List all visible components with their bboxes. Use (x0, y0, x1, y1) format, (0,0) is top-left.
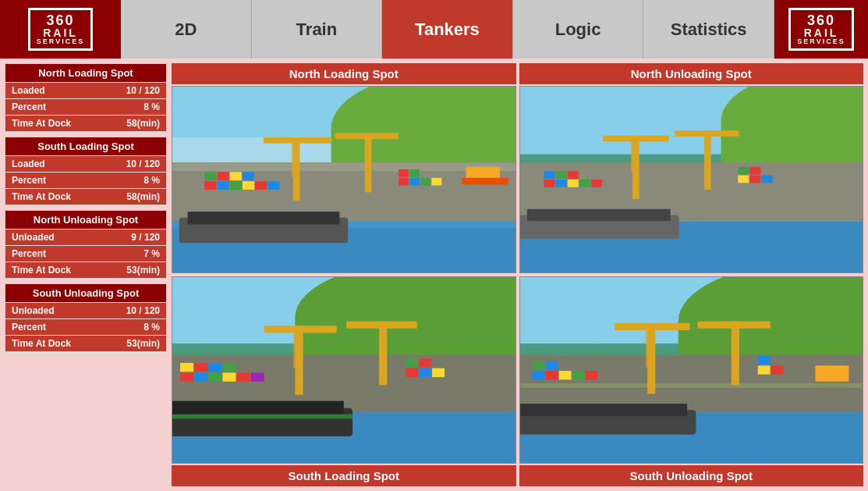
svg-rect-52 (675, 130, 739, 137)
svg-rect-9 (188, 212, 340, 224)
svg-rect-104 (731, 322, 739, 386)
viewport-area: North Loading Spot (172, 63, 863, 486)
svg-rect-95 (545, 371, 558, 379)
svg-rect-44 (591, 180, 602, 187)
svg-rect-71 (251, 372, 264, 381)
svg-rect-39 (526, 209, 670, 221)
svg-rect-74 (208, 363, 221, 372)
stat-row-time-south: Time At Dock 58(min) (5, 188, 166, 205)
svg-rect-99 (532, 361, 544, 370)
stat-group-south-unloading: South Unloading Spot Unloaded 10 / 120 P… (5, 283, 167, 352)
svg-rect-19 (243, 172, 254, 180)
svg-rect-109 (815, 365, 849, 381)
nav-tabs: 2D Train Tankers Logic Statistics (121, 0, 774, 59)
stat-label-percent-north-unloading: Percent (12, 248, 46, 259)
logo-box-left: 360 RAIL SERVICES (28, 8, 93, 51)
svg-rect-97 (572, 371, 584, 379)
logo-360: 360 (37, 13, 84, 27)
viewport-canvas-south-loading[interactable] (172, 276, 516, 464)
tab-train[interactable]: Train (252, 0, 383, 59)
stat-row-time-north: Time At Dock 58(min) (5, 115, 166, 131)
stat-group-title-south-unloading: South Unloading Spot (5, 284, 166, 302)
svg-rect-45 (544, 171, 554, 179)
svg-rect-27 (420, 178, 430, 186)
svg-rect-10 (204, 181, 216, 190)
svg-rect-67 (194, 372, 207, 381)
stat-group-title-south-loading: South Loading Spot (5, 137, 166, 155)
viewport-canvas-south-unloading[interactable] (519, 276, 864, 464)
stat-label-loaded-south: Loaded (12, 158, 45, 169)
stat-label-time-south: Time At Dock (12, 191, 71, 202)
stat-row-percent-north-unloading: Percent 7 % (5, 245, 166, 262)
svg-rect-28 (431, 178, 441, 186)
tab-logic[interactable]: Logic (513, 0, 644, 59)
svg-rect-55 (761, 176, 772, 183)
logo-rail-right: RAIL (797, 27, 845, 38)
stats-panel: North Loading Spot Loaded 10 / 120 Perce… (5, 63, 167, 486)
svg-rect-50 (630, 141, 633, 171)
svg-rect-80 (346, 322, 417, 329)
svg-rect-75 (222, 363, 236, 372)
svg-rect-17 (217, 172, 229, 180)
stat-group-south-loading: South Loading Spot Loaded 10 / 120 Perce… (5, 137, 167, 205)
svg-rect-70 (237, 372, 250, 381)
svg-rect-26 (409, 178, 420, 186)
svg-rect-84 (406, 358, 418, 367)
viewport-cell-south-unloading: South Unloading Spot (519, 276, 864, 486)
svg-rect-49 (603, 136, 668, 142)
stat-label-time-south-unloading: Time At Dock (12, 338, 71, 349)
svg-rect-68 (208, 372, 221, 381)
stat-value-unloaded-north: 9 / 120 (131, 232, 160, 243)
stat-group-north-unloading: North Unloading Spot Unloaded 9 / 120 Pe… (5, 210, 167, 279)
top-navigation: 360 RAIL SERVICES 2D Train Tankers Logic… (0, 0, 868, 59)
viewport-row-top: North Loading Spot (172, 63, 863, 273)
svg-rect-96 (558, 371, 571, 379)
svg-rect-78 (293, 333, 298, 368)
svg-rect-105 (697, 322, 770, 329)
viewport-cell-south-loading: South Loading Spot (172, 276, 516, 486)
svg-rect-108 (757, 356, 770, 365)
svg-rect-43 (579, 180, 590, 187)
svg-rect-41 (555, 180, 566, 187)
svg-rect-30 (409, 169, 420, 177)
viewport-label-north-loading: North Loading Spot (172, 63, 516, 84)
svg-rect-57 (749, 167, 760, 175)
svg-rect-29 (399, 169, 409, 177)
svg-rect-24 (335, 133, 399, 140)
stat-row-loaded-south: Loaded 10 / 120 (5, 155, 166, 172)
svg-rect-94 (532, 371, 544, 379)
viewport-canvas-north-loading[interactable] (172, 86, 516, 273)
svg-rect-65 (172, 415, 353, 419)
stat-label-time-north-unloading: Time At Dock (12, 265, 71, 276)
viewport-cell-north-loading: North Loading Spot (172, 63, 516, 273)
viewport-label-south-loading: South Loading Spot (172, 465, 516, 486)
stat-label-loaded-north: Loaded (12, 85, 45, 96)
stat-row-unloaded-north: Unloaded 9 / 120 (5, 229, 166, 245)
svg-rect-64 (172, 401, 344, 415)
stat-row-loaded-north: Loaded 10 / 120 (5, 82, 166, 98)
tab-statistics[interactable]: Statistics (643, 0, 774, 59)
logo-rail: RAIL (37, 27, 84, 38)
logo-services: SERVICES (37, 38, 84, 45)
svg-rect-79 (379, 322, 387, 386)
svg-rect-73 (194, 363, 207, 372)
svg-rect-54 (749, 176, 760, 183)
stat-group-title-north-unloading: North Unloading Spot (5, 211, 166, 229)
svg-rect-22 (292, 143, 295, 176)
svg-rect-51 (703, 130, 710, 190)
tab-tankers[interactable]: Tankers (382, 0, 513, 59)
tab-2d[interactable]: 2D (121, 0, 252, 59)
logo-services-right: SERVICES (797, 38, 845, 45)
stat-value-percent-north: 8 % (143, 101, 160, 112)
svg-rect-18 (230, 172, 242, 180)
stat-label-unloaded-south: Unloaded (12, 305, 55, 316)
svg-rect-90 (520, 383, 863, 388)
svg-rect-107 (771, 365, 783, 374)
stat-label-percent-north: Percent (12, 101, 46, 112)
svg-rect-23 (365, 133, 372, 193)
viewport-canvas-north-unloading[interactable] (519, 86, 864, 273)
svg-rect-77 (264, 326, 337, 333)
svg-rect-103 (645, 330, 650, 368)
viewport-row-bottom: South Loading Spot (172, 276, 863, 486)
stat-value-time-south-unloading: 53(min) (126, 338, 160, 349)
